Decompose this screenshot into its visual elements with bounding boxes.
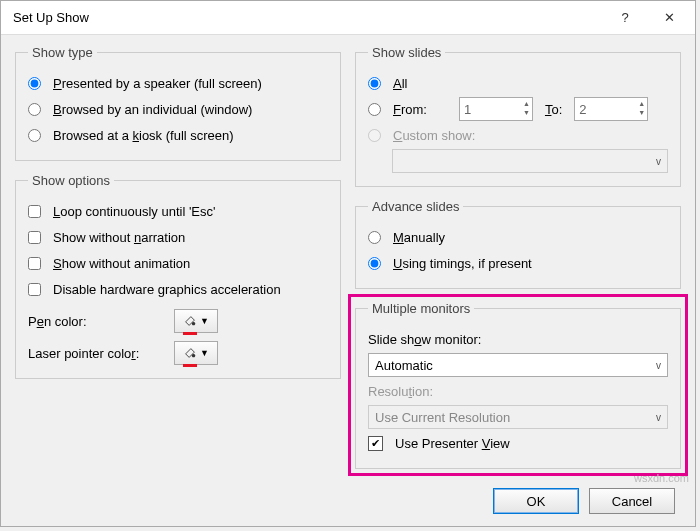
label-disable-hw: Disable hardware graphics acceleration xyxy=(53,282,281,297)
label-presented-speaker: Presented by a speaker (full screen) xyxy=(53,76,262,91)
spin-from[interactable]: 1▲▼ xyxy=(459,97,533,121)
radio-browsed-kiosk[interactable] xyxy=(28,129,41,142)
radio-all-slides[interactable] xyxy=(368,77,381,90)
help-button[interactable]: ? xyxy=(603,3,647,33)
label-loop: Loop continuously until 'Esc' xyxy=(53,204,216,219)
check-no-narration[interactable] xyxy=(28,231,41,244)
label-slide-show-monitor: Slide show monitor: xyxy=(368,332,481,347)
label-custom-show: Custom show: xyxy=(393,128,475,143)
cancel-button[interactable]: Cancel xyxy=(589,488,675,514)
radio-presented-speaker[interactable] xyxy=(28,77,41,90)
advance-slides-legend: Advance slides xyxy=(368,199,463,214)
label-presenter-view: Use Presenter View xyxy=(395,436,510,451)
radio-using-timings[interactable] xyxy=(368,257,381,270)
radio-from-slides[interactable] xyxy=(368,103,381,116)
close-button[interactable]: ✕ xyxy=(647,3,691,33)
label-manually: Manually xyxy=(393,230,445,245)
chevron-down-icon: ▼ xyxy=(200,348,209,358)
setup-show-dialog: Set Up Show ? ✕ Show type Presented by a… xyxy=(0,0,696,527)
label-browsed-individual: Browsed by an individual (window) xyxy=(53,102,252,117)
multiple-monitors-group: Multiple monitors Slide show monitor: Au… xyxy=(355,301,681,469)
label-laser-color: Laser pointer color: xyxy=(28,346,168,361)
combo-resolution: Use Current Resolutionv xyxy=(368,405,668,429)
dialog-title: Set Up Show xyxy=(13,10,603,25)
spinner-arrows-icon: ▲▼ xyxy=(523,99,530,117)
titlebar: Set Up Show ? ✕ xyxy=(1,1,695,35)
close-icon: ✕ xyxy=(664,10,675,25)
show-type-group: Show type Presented by a speaker (full s… xyxy=(15,45,341,161)
check-no-animation[interactable] xyxy=(28,257,41,270)
label-no-narration: Show without narration xyxy=(53,230,185,245)
label-using-timings: Using timings, if present xyxy=(393,256,532,271)
laser-color-picker[interactable]: ▼ xyxy=(174,341,218,365)
label-no-animation: Show without animation xyxy=(53,256,190,271)
label-to: To: xyxy=(545,102,562,117)
check-loop[interactable] xyxy=(28,205,41,218)
chevron-down-icon: v xyxy=(656,360,661,371)
show-options-legend: Show options xyxy=(28,173,114,188)
show-slides-group: Show slides All From: 1▲▼ To: 2▲▼ Custom… xyxy=(355,45,681,187)
spin-to[interactable]: 2▲▼ xyxy=(574,97,648,121)
radio-custom-show xyxy=(368,129,381,142)
bucket-icon xyxy=(183,314,197,328)
spinner-arrows-icon: ▲▼ xyxy=(638,99,645,117)
show-type-legend: Show type xyxy=(28,45,97,60)
combo-slide-show-monitor[interactable]: Automaticv xyxy=(368,353,668,377)
highlight-multiple-monitors: Multiple monitors Slide show monitor: Au… xyxy=(348,294,688,476)
radio-browsed-individual[interactable] xyxy=(28,103,41,116)
label-resolution: Resolution: xyxy=(368,384,433,399)
ok-button[interactable]: OK xyxy=(493,488,579,514)
pen-color-picker[interactable]: ▼ xyxy=(174,309,218,333)
bucket-icon xyxy=(183,346,197,360)
combo-custom-show: v xyxy=(392,149,668,173)
label-pen-color: Pen color: xyxy=(28,314,168,329)
radio-manually[interactable] xyxy=(368,231,381,244)
chevron-down-icon: ▼ xyxy=(200,316,209,326)
show-options-group: Show options Loop continuously until 'Es… xyxy=(15,173,341,379)
multiple-monitors-legend: Multiple monitors xyxy=(368,301,474,316)
chevron-down-icon: v xyxy=(656,156,661,167)
advance-slides-group: Advance slides Manually Using timings, i… xyxy=(355,199,681,289)
check-presenter-view[interactable]: ✔ xyxy=(368,436,383,451)
label-browsed-kiosk: Browsed at a kiosk (full screen) xyxy=(53,128,234,143)
chevron-down-icon: v xyxy=(656,412,661,423)
help-icon: ? xyxy=(621,10,628,25)
label-from: From: xyxy=(393,102,427,117)
label-all-slides: All xyxy=(393,76,407,91)
check-disable-hw[interactable] xyxy=(28,283,41,296)
show-slides-legend: Show slides xyxy=(368,45,445,60)
